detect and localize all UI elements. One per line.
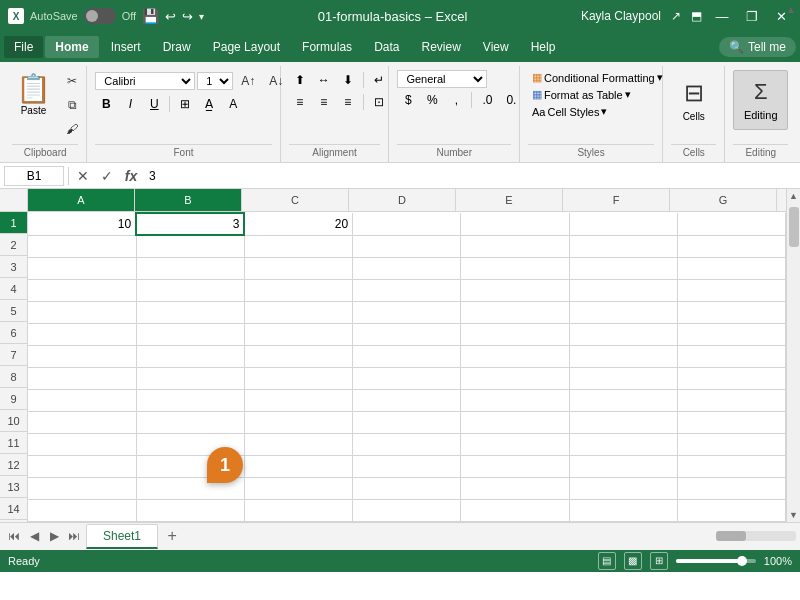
conditional-formatting-button[interactable]: ▦ Conditional Formatting ▾	[528, 70, 667, 85]
cell-D2[interactable]	[353, 235, 461, 257]
cell-D1[interactable]	[353, 213, 461, 235]
cell-B8[interactable]	[136, 367, 244, 389]
cell-D13[interactable]	[353, 477, 461, 499]
cell-E5[interactable]	[461, 301, 569, 323]
sheet-nav-first[interactable]: ⏮	[4, 526, 24, 546]
minimize-button[interactable]: —	[712, 6, 732, 26]
cell-D10[interactable]	[353, 411, 461, 433]
cell-A5[interactable]	[28, 301, 136, 323]
cell-C1[interactable]: 20	[244, 213, 352, 235]
align-bottom-button[interactable]: ⬇	[337, 70, 359, 90]
cell-G1[interactable]	[677, 213, 785, 235]
cell-F5[interactable]	[569, 301, 677, 323]
increase-decimal-button[interactable]: .0	[476, 90, 498, 110]
cell-E10[interactable]	[461, 411, 569, 433]
cell-C10[interactable]	[244, 411, 352, 433]
cell-G4[interactable]	[677, 279, 785, 301]
cell-F6[interactable]	[569, 323, 677, 345]
cell-B6[interactable]	[136, 323, 244, 345]
cell-B1[interactable]: 3	[136, 213, 244, 235]
format-as-table-arrow[interactable]: ▾	[625, 88, 631, 101]
redo-icon[interactable]: ↪	[182, 9, 193, 24]
cell-F1[interactable]	[569, 213, 677, 235]
cell-C9[interactable]	[244, 389, 352, 411]
merge-button[interactable]: ⊡	[368, 92, 390, 112]
cell-A1[interactable]: 10	[28, 213, 136, 235]
formula-input[interactable]	[145, 169, 796, 183]
cell-E1[interactable]	[461, 213, 569, 235]
cell-D12[interactable]	[353, 455, 461, 477]
col-header-G[interactable]: G	[670, 189, 777, 211]
cell-C13[interactable]	[244, 477, 352, 499]
undo-icon[interactable]: ↩	[165, 9, 176, 24]
col-header-D[interactable]: D	[349, 189, 456, 211]
cell-G10[interactable]	[677, 411, 785, 433]
copy-button[interactable]: ⧉	[59, 94, 85, 116]
cell-B14[interactable]	[136, 499, 244, 521]
cell-G11[interactable]	[677, 433, 785, 455]
cell-D3[interactable]	[353, 257, 461, 279]
cell-E7[interactable]	[461, 345, 569, 367]
cell-E8[interactable]	[461, 367, 569, 389]
save-icon[interactable]: 💾	[142, 8, 159, 24]
cell-G7[interactable]	[677, 345, 785, 367]
cell-F14[interactable]	[569, 499, 677, 521]
row-header-5[interactable]: 5	[0, 300, 27, 322]
menu-item-data[interactable]: Data	[364, 36, 409, 58]
align-right-button[interactable]: ≡	[337, 92, 359, 112]
cell-D14[interactable]	[353, 499, 461, 521]
cell-D6[interactable]	[353, 323, 461, 345]
editing-button[interactable]: Σ Editing	[733, 70, 788, 130]
align-left-button[interactable]: ≡	[289, 92, 311, 112]
cell-G6[interactable]	[677, 323, 785, 345]
cell-G13[interactable]	[677, 477, 785, 499]
cell-E6[interactable]	[461, 323, 569, 345]
cell-C7[interactable]	[244, 345, 352, 367]
cell-D7[interactable]	[353, 345, 461, 367]
row-header-2[interactable]: 2	[0, 234, 27, 256]
increase-font-button[interactable]: A↑	[235, 70, 261, 92]
normal-view-button[interactable]: ▤	[598, 552, 616, 570]
cell-A12[interactable]	[28, 455, 136, 477]
page-break-view-button[interactable]: ⊞	[650, 552, 668, 570]
cell-B4[interactable]	[136, 279, 244, 301]
comma-button[interactable]: ,	[445, 90, 467, 110]
confirm-formula-button[interactable]: ✓	[97, 166, 117, 186]
menu-item-formulas[interactable]: Formulas	[292, 36, 362, 58]
cell-F8[interactable]	[569, 367, 677, 389]
insert-function-button[interactable]: fx	[121, 166, 141, 186]
cell-C12[interactable]	[244, 455, 352, 477]
cell-B9[interactable]	[136, 389, 244, 411]
menu-item-view[interactable]: View	[473, 36, 519, 58]
cell-G12[interactable]	[677, 455, 785, 477]
row-header-8[interactable]: 8	[0, 366, 27, 388]
cell-reference-box[interactable]	[4, 166, 64, 186]
cell-F4[interactable]	[569, 279, 677, 301]
italic-button[interactable]: I	[119, 94, 141, 114]
font-name-select[interactable]: Calibri	[95, 72, 195, 90]
cell-F12[interactable]	[569, 455, 677, 477]
cell-C6[interactable]	[244, 323, 352, 345]
row-header-11[interactable]: 11	[0, 432, 27, 454]
cell-F2[interactable]	[569, 235, 677, 257]
cell-F11[interactable]	[569, 433, 677, 455]
sheet-nav-prev[interactable]: ◀	[24, 526, 44, 546]
cell-A7[interactable]	[28, 345, 136, 367]
scrollbar-thumb[interactable]	[789, 207, 799, 247]
cell-E2[interactable]	[461, 235, 569, 257]
cancel-formula-button[interactable]: ✕	[73, 166, 93, 186]
font-size-select[interactable]: 14	[197, 72, 233, 90]
cell-B5[interactable]	[136, 301, 244, 323]
cell-D9[interactable]	[353, 389, 461, 411]
cell-B7[interactable]	[136, 345, 244, 367]
sheet-nav-last[interactable]: ⏭	[64, 526, 84, 546]
cell-F13[interactable]	[569, 477, 677, 499]
format-as-table-button[interactable]: ▦ Format as Table ▾	[528, 87, 635, 102]
cell-A13[interactable]	[28, 477, 136, 499]
cell-G5[interactable]	[677, 301, 785, 323]
menu-item-home[interactable]: Home	[45, 36, 98, 58]
horizontal-scroll-thumb[interactable]	[716, 531, 746, 541]
cut-button[interactable]: ✂	[59, 70, 85, 92]
row-header-12[interactable]: 12	[0, 454, 27, 476]
cell-A14[interactable]	[28, 499, 136, 521]
